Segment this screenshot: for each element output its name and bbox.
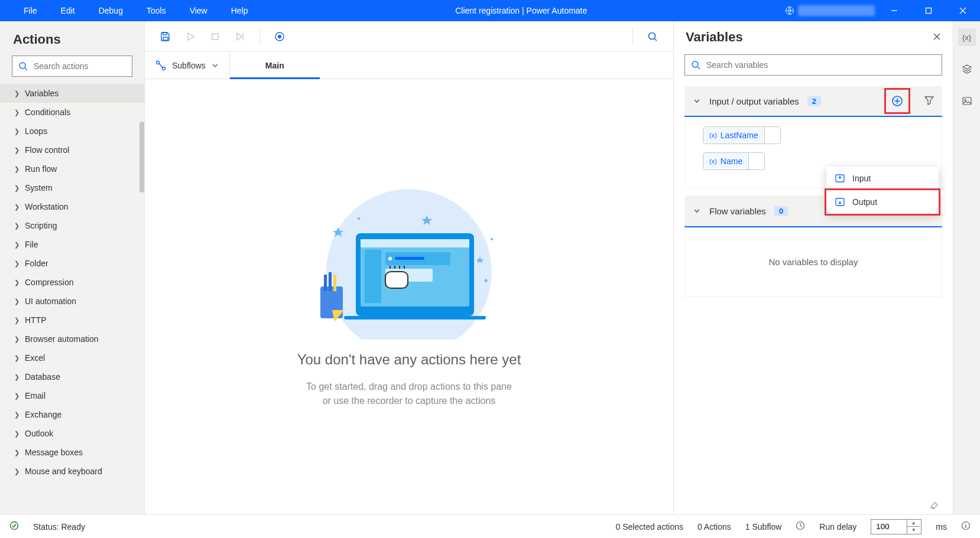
close-variables-button[interactable] xyxy=(933,32,941,43)
action-category[interactable]: ❯Mouse and keyboard xyxy=(0,462,144,481)
filter-button[interactable] xyxy=(924,96,934,107)
tab-main[interactable]: Main xyxy=(230,52,320,79)
stop-button[interactable] xyxy=(204,25,226,48)
action-category[interactable]: ❯System xyxy=(0,178,144,197)
action-category[interactable]: ❯Variables xyxy=(0,84,144,103)
action-category[interactable]: ❯Message boxes xyxy=(0,443,144,462)
actions-search[interactable] xyxy=(12,56,132,77)
action-category[interactable]: ❯Browser automation xyxy=(0,330,144,348)
title-bar: File Edit Debug Tools View Help Client r… xyxy=(0,0,980,21)
recorder-button[interactable] xyxy=(268,25,291,48)
subflows-dropdown[interactable]: Subflows xyxy=(145,52,230,79)
rail-layers[interactable] xyxy=(958,60,976,78)
actions-tree[interactable]: ❯Variables❯Conditionals❯Loops❯Flow contr… xyxy=(0,84,144,514)
menu-tools[interactable]: Tools xyxy=(137,2,176,19)
add-output-option[interactable]: Output xyxy=(826,190,939,214)
add-io-variable-button[interactable] xyxy=(884,88,910,114)
run-delay-icon xyxy=(796,521,805,532)
action-category[interactable]: ❯Excel xyxy=(0,348,144,367)
svg-point-35 xyxy=(485,279,488,282)
run-button[interactable] xyxy=(179,25,202,48)
chevron-right-icon: ❯ xyxy=(14,184,25,192)
svg-rect-7 xyxy=(163,32,167,35)
action-category[interactable]: ❯Workstation xyxy=(0,197,144,216)
status-selected: 0 Selected actions xyxy=(616,522,683,532)
step-button[interactable] xyxy=(229,25,251,48)
menu-view[interactable]: View xyxy=(180,2,217,19)
menu-edit[interactable]: Edit xyxy=(51,2,85,19)
chevron-down-icon[interactable] xyxy=(693,207,701,215)
variables-pane-title: Variables xyxy=(686,30,933,45)
action-category[interactable]: ❯Folder xyxy=(0,254,144,273)
environment-indicator[interactable] xyxy=(785,5,875,16)
svg-point-12 xyxy=(278,35,281,38)
variable-name: Name xyxy=(721,156,742,166)
action-category[interactable]: ❯Flow control xyxy=(0,141,144,159)
chevron-down-icon[interactable] xyxy=(693,97,701,105)
action-category[interactable]: ❯File xyxy=(0,235,144,254)
clear-variables-button[interactable] xyxy=(674,495,953,514)
close-button[interactable] xyxy=(948,0,978,21)
chevron-right-icon: ❯ xyxy=(14,468,25,475)
action-category[interactable]: ❯Loops xyxy=(0,122,144,141)
action-category[interactable]: ❯Conditionals xyxy=(0,103,144,122)
action-category[interactable]: ❯Scripting xyxy=(0,216,144,235)
status-actions: 0 Actions xyxy=(697,522,731,532)
variable-chip[interactable]: (x)Name xyxy=(703,152,765,170)
run-delay-field[interactable] xyxy=(871,520,907,534)
action-category[interactable]: ❯Database xyxy=(0,367,144,386)
io-count-badge: 2 xyxy=(807,96,821,106)
action-category[interactable]: ❯Email xyxy=(0,386,144,405)
category-label: Workstation xyxy=(25,202,69,211)
category-label: Conditionals xyxy=(25,107,70,117)
rail-images[interactable] xyxy=(958,92,976,110)
action-category[interactable]: ❯HTTP xyxy=(0,311,144,330)
save-button[interactable] xyxy=(154,25,177,48)
chevron-right-icon: ❯ xyxy=(14,279,25,286)
run-delay-input[interactable]: ▲▼ xyxy=(871,519,921,534)
action-category[interactable]: ❯UI automation xyxy=(0,292,144,311)
delay-down[interactable]: ▼ xyxy=(907,527,920,534)
empty-title: You don't have any actions here yet xyxy=(297,351,521,368)
ms-label: ms xyxy=(936,522,947,532)
variables-search-input[interactable] xyxy=(706,60,936,70)
chevron-right-icon: ❯ xyxy=(14,317,25,324)
chevron-right-icon: ❯ xyxy=(14,222,25,230)
chevron-right-icon: ❯ xyxy=(14,392,25,400)
category-label: Browser automation xyxy=(25,334,99,344)
rail-variables[interactable]: {x} xyxy=(958,28,976,46)
svg-rect-2 xyxy=(926,8,932,14)
filter-icon xyxy=(924,96,934,105)
category-label: UI automation xyxy=(25,296,76,306)
category-label: File xyxy=(25,240,38,249)
chevron-right-icon: ❯ xyxy=(14,335,25,343)
actions-search-input[interactable] xyxy=(34,61,126,71)
search-flow-button[interactable] xyxy=(641,25,664,48)
variable-chip[interactable]: (x)LastName xyxy=(703,126,781,144)
category-label: Run flow xyxy=(25,164,57,174)
category-label: Scripting xyxy=(25,221,57,230)
action-category[interactable]: ❯Exchange xyxy=(0,405,144,424)
maximize-button[interactable] xyxy=(914,0,943,21)
search-icon xyxy=(18,61,28,71)
eraser-icon xyxy=(929,498,940,509)
menu-file[interactable]: File xyxy=(14,2,47,19)
chevron-right-icon: ❯ xyxy=(14,373,25,381)
flow-vars-empty: No variables to display xyxy=(684,226,942,297)
output-option-label: Output xyxy=(852,197,877,207)
add-input-option[interactable]: Input xyxy=(826,167,939,190)
variables-search[interactable] xyxy=(684,54,942,76)
toolbar xyxy=(145,21,673,52)
svg-rect-30 xyxy=(333,275,336,291)
variable-name: LastName xyxy=(721,131,758,140)
action-category[interactable]: ❯Outlook xyxy=(0,424,144,443)
action-category[interactable]: ❯Compression xyxy=(0,273,144,292)
actions-pane: Actions ❯Variables❯Conditionals❯Loops❯Fl… xyxy=(0,21,145,514)
menu-help[interactable]: Help xyxy=(222,2,258,19)
minimize-button[interactable] xyxy=(880,0,909,21)
action-category[interactable]: ❯Run flow xyxy=(0,159,144,178)
delay-up[interactable]: ▲ xyxy=(907,520,920,527)
info-icon[interactable] xyxy=(961,521,971,532)
variable-icon: (x) xyxy=(709,158,717,165)
menu-debug[interactable]: Debug xyxy=(89,2,132,19)
